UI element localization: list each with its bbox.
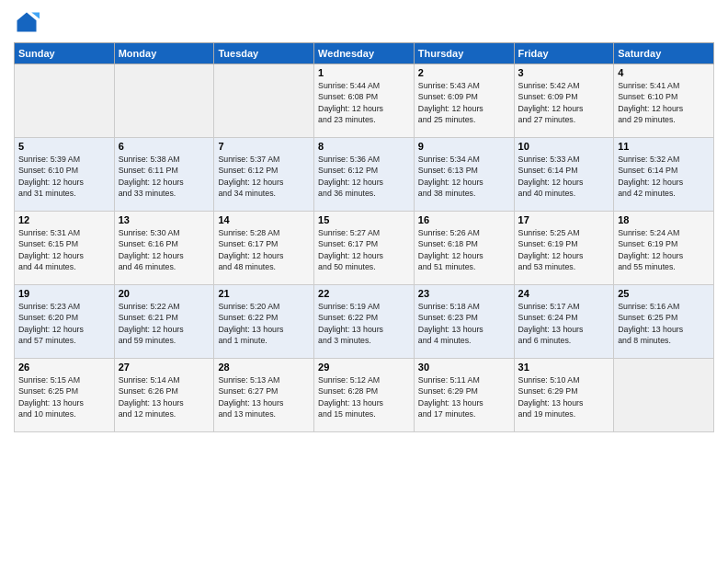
day-cell: 7Sunrise: 5:37 AM Sunset: 6:12 PM Daylig… (214, 138, 314, 212)
day-number: 20 (119, 288, 210, 299)
day-cell (114, 64, 214, 138)
day-number: 4 (618, 67, 710, 78)
day-info: Sunrise: 5:32 AM Sunset: 6:14 PM Dayligh… (618, 154, 710, 199)
day-number: 15 (318, 214, 410, 225)
day-cell: 5Sunrise: 5:39 AM Sunset: 6:10 PM Daylig… (15, 138, 115, 212)
day-cell: 17Sunrise: 5:25 AM Sunset: 6:19 PM Dayli… (514, 212, 614, 285)
day-cell: 27Sunrise: 5:14 AM Sunset: 6:26 PM Dayli… (114, 359, 214, 432)
day-cell: 11Sunrise: 5:32 AM Sunset: 6:14 PM Dayli… (614, 138, 714, 212)
day-number: 8 (318, 141, 410, 152)
day-cell: 22Sunrise: 5:19 AM Sunset: 6:22 PM Dayli… (314, 285, 415, 359)
day-info: Sunrise: 5:24 AM Sunset: 6:19 PM Dayligh… (618, 227, 710, 272)
day-cell: 10Sunrise: 5:33 AM Sunset: 6:14 PM Dayli… (514, 138, 614, 212)
day-number: 2 (418, 67, 510, 78)
day-number: 3 (518, 67, 610, 78)
week-row-0: 1Sunrise: 5:44 AM Sunset: 6:08 PM Daylig… (15, 64, 714, 138)
day-number: 22 (318, 288, 410, 299)
day-cell: 6Sunrise: 5:38 AM Sunset: 6:11 PM Daylig… (114, 138, 214, 212)
day-number: 18 (618, 214, 710, 225)
day-number: 14 (218, 214, 310, 225)
day-info: Sunrise: 5:31 AM Sunset: 6:15 PM Dayligh… (18, 227, 110, 272)
header-cell-wednesday: Wednesday (314, 43, 415, 64)
day-info: Sunrise: 5:22 AM Sunset: 6:21 PM Dayligh… (119, 301, 210, 346)
day-cell: 19Sunrise: 5:23 AM Sunset: 6:20 PM Dayli… (15, 285, 115, 359)
day-cell: 28Sunrise: 5:13 AM Sunset: 6:27 PM Dayli… (214, 359, 314, 432)
day-info: Sunrise: 5:13 AM Sunset: 6:27 PM Dayligh… (218, 374, 310, 419)
day-cell: 13Sunrise: 5:30 AM Sunset: 6:16 PM Dayli… (114, 212, 214, 285)
day-cell: 9Sunrise: 5:34 AM Sunset: 6:13 PM Daylig… (414, 138, 514, 212)
day-cell: 31Sunrise: 5:10 AM Sunset: 6:29 PM Dayli… (514, 359, 614, 432)
day-number: 10 (518, 141, 610, 152)
day-cell: 8Sunrise: 5:36 AM Sunset: 6:12 PM Daylig… (314, 138, 415, 212)
day-info: Sunrise: 5:38 AM Sunset: 6:11 PM Dayligh… (119, 154, 210, 199)
page: SundayMondayTuesdayWednesdayThursdayFrid… (0, 0, 728, 563)
header-cell-saturday: Saturday (614, 43, 714, 64)
day-number: 13 (119, 214, 210, 225)
day-number: 31 (518, 362, 610, 373)
day-cell: 18Sunrise: 5:24 AM Sunset: 6:19 PM Dayli… (614, 212, 714, 285)
day-number: 9 (418, 141, 510, 152)
day-info: Sunrise: 5:19 AM Sunset: 6:22 PM Dayligh… (318, 301, 410, 346)
day-info: Sunrise: 5:36 AM Sunset: 6:12 PM Dayligh… (318, 154, 410, 199)
day-cell (214, 64, 314, 138)
day-info: Sunrise: 5:23 AM Sunset: 6:20 PM Dayligh… (18, 301, 110, 346)
day-number: 24 (518, 288, 610, 299)
day-cell: 4Sunrise: 5:41 AM Sunset: 6:10 PM Daylig… (614, 64, 714, 138)
svg-marker-0 (17, 13, 37, 32)
day-cell: 1Sunrise: 5:44 AM Sunset: 6:08 PM Daylig… (314, 64, 415, 138)
day-number: 12 (18, 214, 110, 225)
header-row: SundayMondayTuesdayWednesdayThursdayFrid… (15, 43, 714, 64)
day-cell: 29Sunrise: 5:12 AM Sunset: 6:28 PM Dayli… (314, 359, 415, 432)
day-info: Sunrise: 5:18 AM Sunset: 6:23 PM Dayligh… (418, 301, 510, 346)
header-cell-thursday: Thursday (414, 43, 514, 64)
day-number: 26 (18, 362, 110, 373)
day-number: 29 (318, 362, 410, 373)
day-number: 7 (218, 141, 310, 152)
header-cell-tuesday: Tuesday (214, 43, 314, 64)
day-info: Sunrise: 5:20 AM Sunset: 6:22 PM Dayligh… (218, 301, 310, 346)
day-cell: 12Sunrise: 5:31 AM Sunset: 6:15 PM Dayli… (15, 212, 115, 285)
day-number: 5 (18, 141, 110, 152)
day-cell: 14Sunrise: 5:28 AM Sunset: 6:17 PM Dayli… (214, 212, 314, 285)
day-info: Sunrise: 5:28 AM Sunset: 6:17 PM Dayligh… (218, 227, 310, 272)
day-number: 25 (618, 288, 710, 299)
day-info: Sunrise: 5:43 AM Sunset: 6:09 PM Dayligh… (418, 80, 510, 125)
header-cell-friday: Friday (514, 43, 614, 64)
day-cell: 30Sunrise: 5:11 AM Sunset: 6:29 PM Dayli… (414, 359, 514, 432)
day-cell: 23Sunrise: 5:18 AM Sunset: 6:23 PM Dayli… (414, 285, 514, 359)
day-cell: 20Sunrise: 5:22 AM Sunset: 6:21 PM Dayli… (114, 285, 214, 359)
day-number: 23 (418, 288, 510, 299)
logo-icon (14, 9, 40, 35)
calendar-table: SundayMondayTuesdayWednesdayThursdayFrid… (14, 42, 714, 432)
day-info: Sunrise: 5:30 AM Sunset: 6:16 PM Dayligh… (119, 227, 210, 272)
day-cell: 16Sunrise: 5:26 AM Sunset: 6:18 PM Dayli… (414, 212, 514, 285)
day-info: Sunrise: 5:44 AM Sunset: 6:08 PM Dayligh… (318, 80, 410, 125)
day-info: Sunrise: 5:16 AM Sunset: 6:25 PM Dayligh… (618, 301, 710, 346)
day-cell (15, 64, 115, 138)
day-number: 30 (418, 362, 510, 373)
day-info: Sunrise: 5:41 AM Sunset: 6:10 PM Dayligh… (618, 80, 710, 125)
day-cell: 26Sunrise: 5:15 AM Sunset: 6:25 PM Dayli… (15, 359, 115, 432)
day-info: Sunrise: 5:27 AM Sunset: 6:17 PM Dayligh… (318, 227, 410, 272)
day-number: 21 (218, 288, 310, 299)
day-info: Sunrise: 5:42 AM Sunset: 6:09 PM Dayligh… (518, 80, 610, 125)
day-info: Sunrise: 5:15 AM Sunset: 6:25 PM Dayligh… (18, 374, 110, 419)
day-info: Sunrise: 5:39 AM Sunset: 6:10 PM Dayligh… (18, 154, 110, 199)
day-cell: 15Sunrise: 5:27 AM Sunset: 6:17 PM Dayli… (314, 212, 415, 285)
day-number: 19 (18, 288, 110, 299)
day-number: 17 (518, 214, 610, 225)
day-info: Sunrise: 5:37 AM Sunset: 6:12 PM Dayligh… (218, 154, 310, 199)
day-number: 27 (119, 362, 210, 373)
day-info: Sunrise: 5:11 AM Sunset: 6:29 PM Dayligh… (418, 374, 510, 419)
week-row-3: 19Sunrise: 5:23 AM Sunset: 6:20 PM Dayli… (15, 285, 714, 359)
day-cell: 21Sunrise: 5:20 AM Sunset: 6:22 PM Dayli… (214, 285, 314, 359)
day-number: 28 (218, 362, 310, 373)
day-info: Sunrise: 5:34 AM Sunset: 6:13 PM Dayligh… (418, 154, 510, 199)
day-cell: 2Sunrise: 5:43 AM Sunset: 6:09 PM Daylig… (414, 64, 514, 138)
week-row-4: 26Sunrise: 5:15 AM Sunset: 6:25 PM Dayli… (15, 359, 714, 432)
day-info: Sunrise: 5:14 AM Sunset: 6:26 PM Dayligh… (119, 374, 210, 419)
logo (14, 9, 43, 35)
header-cell-sunday: Sunday (15, 43, 115, 64)
day-info: Sunrise: 5:33 AM Sunset: 6:14 PM Dayligh… (518, 154, 610, 199)
day-cell: 25Sunrise: 5:16 AM Sunset: 6:25 PM Dayli… (614, 285, 714, 359)
